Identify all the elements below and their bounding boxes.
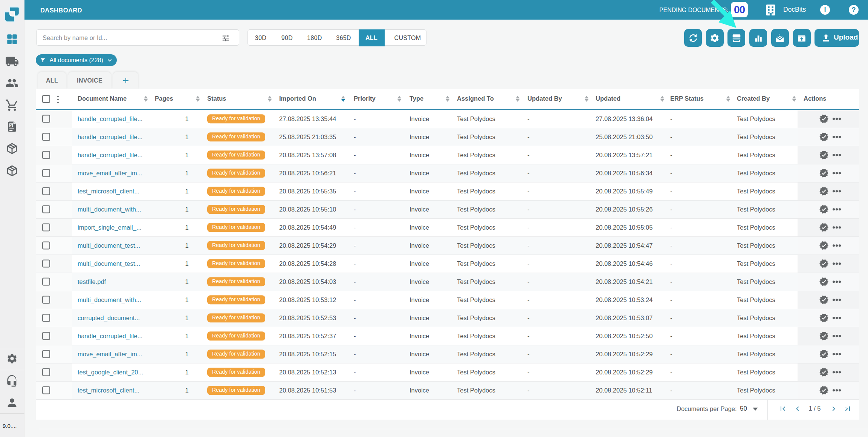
svg-text:$: $ [10,123,12,127]
